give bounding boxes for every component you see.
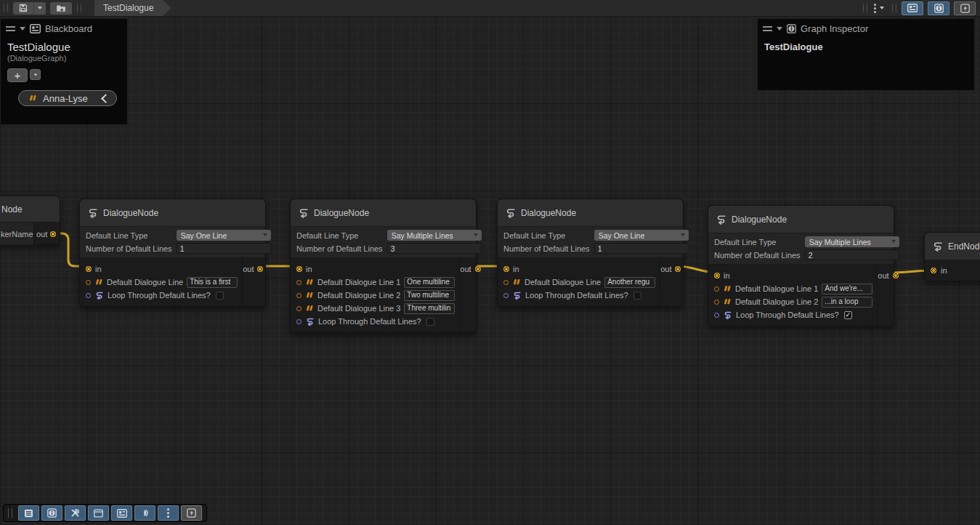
num-lines-field[interactable]: 2 [805, 249, 899, 260]
dialogue-line-field[interactable]: This is a first [187, 277, 238, 288]
tab-testdialogue[interactable]: TestDialogue [94, 0, 171, 16]
overflow-menu-button[interactable] [158, 505, 179, 521]
dialogue-node-3[interactable]: DialogueNode Default Line Type Say One L… [497, 199, 684, 307]
end-node[interactable]: EndNode in [924, 232, 980, 281]
loop-checkbox[interactable] [216, 292, 224, 300]
loop-checkbox[interactable] [426, 318, 434, 326]
save-button[interactable] [13, 2, 46, 15]
toolbar-separator [892, 4, 896, 12]
inspector-toggle-icon [934, 4, 944, 13]
in-port[interactable] [931, 268, 936, 273]
blackboard-property-anna-lyse[interactable]: Anna-Lyse [18, 90, 117, 106]
out-port-label: out [878, 271, 888, 280]
string-quote-icon [28, 95, 37, 102]
loop-port[interactable] [296, 319, 301, 324]
dialogue-line-port[interactable] [86, 280, 91, 285]
dialogue-node-2[interactable]: DialogueNode Default Line Type Say Multi… [290, 199, 477, 333]
start-node[interactable]: Node kerName out [0, 196, 60, 245]
string-quote-icon [94, 278, 103, 286]
dialogue-line-port[interactable] [503, 280, 509, 285]
string-quote-icon [512, 278, 521, 286]
dialogue-line-label: Default Dialogue Line 2 [317, 291, 400, 300]
blackboard-button[interactable] [111, 505, 132, 521]
blackboard-panel: Blackboard TestDialogue (DialogueGraph) … [0, 18, 128, 125]
blackboard-toggle-button[interactable] [902, 1, 923, 15]
toolbar-drag-handle[interactable] [4, 4, 8, 12]
dialogue-node-4[interactable]: DialogueNode Default Line Type Say Multi… [708, 205, 894, 326]
add-property-button[interactable]: + [7, 68, 28, 82]
dialogue-line-field[interactable]: And we're... [822, 284, 872, 294]
speaker-name-field[interactable]: kerName [0, 223, 33, 245]
in-port[interactable] [296, 266, 302, 272]
num-lines-label: Number of Default Lines [714, 251, 801, 260]
dialogue-line-port[interactable] [296, 306, 301, 311]
overflow-menu-icon[interactable] [874, 4, 876, 13]
num-lines-label: Number of Default Lines [296, 244, 383, 253]
add-property-dropdown-button[interactable] [30, 69, 41, 80]
preview-button[interactable] [134, 505, 155, 521]
dialogue-node-1[interactable]: DialogueNode Default Line Type Say One L… [79, 199, 266, 307]
dialogue-line-field[interactable]: ...in a loop [822, 297, 872, 308]
in-port[interactable] [714, 273, 720, 278]
out-port-label: out [660, 265, 671, 273]
loop-checkbox[interactable] [633, 292, 641, 300]
line-type-dropdown[interactable]: Say One Line [177, 230, 271, 241]
out-port[interactable] [893, 273, 899, 278]
in-port[interactable] [503, 266, 509, 272]
num-lines-field[interactable]: 3 [387, 243, 482, 254]
out-port[interactable] [675, 266, 681, 272]
toolbar-drag-handle[interactable] [8, 508, 12, 518]
line-type-dropdown[interactable]: Say Multiple Lines [387, 230, 482, 241]
open-asset-button[interactable] [50, 2, 72, 15]
dialogue-line-port[interactable] [714, 286, 719, 292]
dialogue-line-label: Default Dialogue Line 2 [735, 297, 818, 306]
node-title: DialogueNode [521, 208, 576, 218]
tab-label: TestDialogue [103, 3, 153, 13]
tools-button[interactable] [65, 505, 86, 521]
loop-icon [512, 291, 522, 300]
chevron-left-icon[interactable] [101, 94, 110, 103]
line-type-dropdown[interactable]: Say Multiple Lines [805, 236, 899, 247]
console-button[interactable] [18, 505, 39, 521]
dropdown-caret-icon [474, 233, 478, 236]
bottom-toolbar [3, 504, 207, 522]
dialogue-line-port[interactable] [714, 300, 719, 305]
collapse-arrow-icon[interactable] [20, 27, 25, 31]
loop-port[interactable] [714, 313, 719, 318]
num-lines-field[interactable]: 1 [594, 243, 689, 254]
out-port-label: out [36, 230, 47, 239]
spark-icon [187, 508, 196, 518]
collapse-arrow-icon[interactable] [777, 27, 782, 31]
dialogue-line-field[interactable]: Two multiline [404, 290, 455, 301]
dialogue-line-field[interactable]: One multiline [404, 277, 455, 288]
graph-inspector-header[interactable]: Graph Inspector [758, 19, 974, 37]
dialogue-line-field[interactable]: Another regu [604, 277, 655, 288]
preview-toggle-button[interactable] [954, 1, 976, 15]
dialogue-line-port[interactable] [296, 293, 301, 298]
out-port[interactable] [50, 231, 56, 237]
loop-port[interactable] [86, 293, 91, 298]
inspector-toggle-button[interactable] [928, 1, 949, 15]
num-lines-field[interactable]: 1 [177, 243, 271, 254]
out-port[interactable] [475, 266, 481, 272]
drag-handle-icon[interactable] [763, 26, 772, 31]
spark-button[interactable] [181, 505, 202, 521]
inspector-button[interactable] [41, 505, 62, 521]
line-type-label: Default Line Type [296, 231, 383, 240]
blackboard-header[interactable]: Blackboard [1, 19, 127, 37]
window-button[interactable] [88, 505, 109, 521]
overflow-menu-caret[interactable] [880, 7, 884, 9]
dialogue-line-port[interactable] [296, 280, 301, 285]
loop-checkbox[interactable]: ✓ [844, 311, 852, 319]
graph-inspector-panel: Graph Inspector TestDialogue [757, 18, 975, 91]
in-port[interactable] [86, 266, 92, 272]
node-title: EndNode [948, 241, 980, 252]
dialogue-line-label: Default Dialogue Line [107, 278, 183, 286]
out-port[interactable] [257, 266, 263, 272]
save-dropdown-button[interactable] [34, 2, 46, 15]
inspected-graph-name: TestDialogue [764, 41, 974, 52]
dialogue-line-field[interactable]: Three multilin [404, 303, 455, 314]
line-type-dropdown[interactable]: Say One Line [594, 230, 689, 241]
loop-port[interactable] [503, 293, 509, 298]
drag-handle-icon[interactable] [6, 26, 15, 31]
